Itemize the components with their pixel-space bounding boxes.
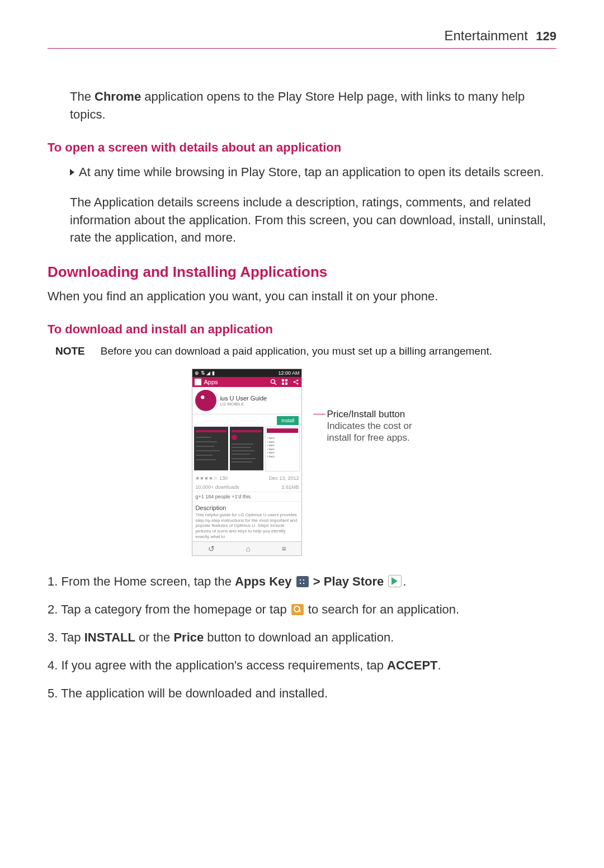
- size: 2.61MB: [281, 484, 299, 490]
- text: 2. Tap a category from the homepage or t…: [48, 602, 290, 616]
- section-title: Entertainment: [444, 28, 527, 43]
- date: Dec 13, 2012: [269, 475, 299, 481]
- app-publisher: LG MOBILE: [220, 402, 299, 407]
- apps-key-icon: [296, 576, 309, 587]
- text: button to download an application.: [204, 630, 394, 644]
- apps-label: Apps: [204, 379, 218, 385]
- text: or the: [135, 630, 173, 644]
- svg-line-10: [294, 382, 298, 384]
- subheading-install: To download and install an application: [48, 322, 556, 337]
- svg-rect-3: [285, 379, 287, 381]
- svg-rect-2: [282, 379, 284, 381]
- svg-rect-5: [285, 383, 287, 385]
- subheading-open-details: To open a screen with details about an a…: [48, 140, 556, 155]
- gt: >: [310, 574, 324, 588]
- svg-line-9: [294, 380, 298, 382]
- callout-sub2: install for free apps.: [327, 432, 412, 444]
- svg-rect-4: [282, 383, 284, 385]
- lg-logo-icon: [195, 390, 216, 411]
- thumb-1: [194, 427, 228, 470]
- downloads: 10,000+ downloads: [195, 484, 239, 490]
- gplus-row: g+1 184 people +1'd this.: [192, 492, 301, 502]
- play-store-icon: [388, 575, 402, 587]
- apps-key-label: Apps Key: [235, 574, 291, 588]
- grid-icon: [281, 379, 288, 385]
- chrome-word: Chrome: [95, 89, 141, 103]
- step-5: 5. The application will be downloaded an…: [48, 685, 556, 702]
- step-4: 4. If you agree with the application's a…: [48, 657, 556, 674]
- text: .: [438, 658, 441, 672]
- install-row: Install: [192, 414, 301, 427]
- screenshot-thumbs: ▪ item▪ item▪ item▪ item▪ item▪ item: [192, 427, 301, 474]
- app-title: ius U User Guide: [220, 395, 299, 402]
- note-text: Before you can download a paid applicati…: [101, 345, 492, 357]
- price-word: Price: [173, 630, 204, 644]
- text: 1. From the Home screen, tap the: [48, 574, 235, 588]
- triangle-bullet-icon: [70, 169, 74, 176]
- open-details-paragraph: The Application details screens include …: [70, 194, 556, 247]
- text: The: [70, 89, 95, 103]
- step-list: 1. From the Home screen, tap the Apps Ke…: [48, 573, 556, 702]
- text: to search for an application.: [305, 602, 459, 616]
- callout-title: Price/Install button: [327, 409, 405, 419]
- accept-word: ACCEPT: [387, 658, 437, 672]
- rating-row: ★★★★☆ 130 Dec 13, 2012: [192, 474, 301, 483]
- callout-leader-line: [313, 414, 325, 414]
- description-body: This helpful guide for LG Optimus U user…: [192, 512, 301, 541]
- step-1: 1. From the Home screen, tap the Apps Ke…: [48, 573, 556, 591]
- phone-screenshot: ⊕ ⇅ ◢ ▮ 12:00 AM Apps i: [192, 369, 302, 556]
- share-icon: [292, 379, 299, 385]
- description-heading: Description: [192, 502, 301, 512]
- menu-icon: ≡: [282, 544, 286, 553]
- stars: ★★★★☆ 130: [195, 475, 228, 481]
- status-icons: ⊕ ⇅ ◢ ▮: [195, 370, 215, 376]
- text: 4. If you agree with the application's a…: [48, 658, 387, 672]
- search-icon: [291, 604, 304, 615]
- install-word: INSTALL: [84, 630, 135, 644]
- step-2: 2. Tap a category from the homepage or t…: [48, 601, 556, 619]
- heading-downloading: Downloading and Installing Applications: [48, 263, 556, 281]
- status-time: 12:00 AM: [278, 370, 299, 376]
- play-store-label: Play Store: [324, 574, 384, 588]
- thumb-3: ▪ item▪ item▪ item▪ item▪ item▪ item: [265, 427, 300, 471]
- downloads-row: 10,000+ downloads 2.61MB: [192, 483, 301, 492]
- intro-paragraph: The Chrome application opens to the Play…: [70, 88, 556, 124]
- text: 3. Tap: [48, 630, 84, 644]
- nav-bar: ↺ ⌂ ≡: [192, 541, 301, 555]
- figure-area: ⊕ ⇅ ◢ ▮ 12:00 AM Apps i: [48, 369, 556, 556]
- page-header: Entertainment 129: [48, 28, 556, 49]
- bullet-text: At any time while browsing in Play Store…: [79, 165, 544, 179]
- back-icon: ↺: [208, 544, 215, 553]
- install-button[interactable]: Install: [277, 416, 299, 425]
- manual-page: Entertainment 129 The Chrome application…: [0, 0, 604, 868]
- downloading-paragraph: When you find an application you want, y…: [48, 287, 556, 305]
- page-number: 129: [536, 29, 556, 43]
- search-icon: [270, 379, 277, 385]
- shop-icon: [195, 379, 201, 385]
- bullet-open-details: At any time while browsing in Play Store…: [70, 163, 556, 181]
- thumb-2: [230, 427, 263, 470]
- callout: Price/Install button Indicates the cost …: [313, 409, 412, 444]
- step-3: 3. Tap INSTALL or the Price button to do…: [48, 629, 556, 647]
- status-bar: ⊕ ⇅ ◢ ▮ 12:00 AM: [192, 369, 301, 377]
- svg-line-1: [275, 383, 276, 385]
- callout-sub1: Indicates the cost or: [327, 420, 412, 432]
- app-title-row: ius U User Guide LG MOBILE: [192, 387, 301, 414]
- note-row: NOTE Before you can download a paid appl…: [55, 345, 556, 357]
- note-label: NOTE: [55, 345, 85, 357]
- svg-point-0: [271, 380, 275, 384]
- play-store-header: Apps: [192, 377, 301, 387]
- text: .: [403, 574, 406, 588]
- home-icon: ⌂: [246, 544, 251, 553]
